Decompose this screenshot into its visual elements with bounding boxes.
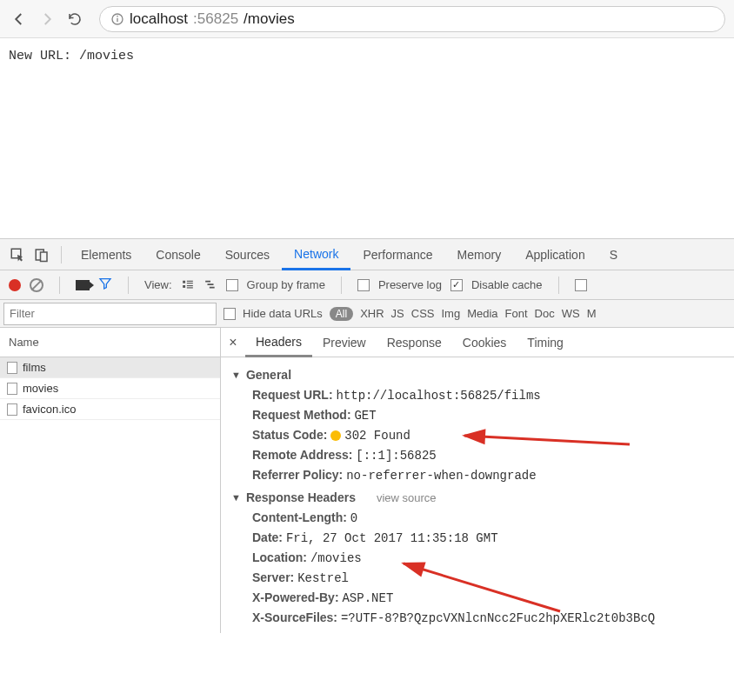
offline-checkbox[interactable] — [575, 279, 587, 291]
waterfall-icon[interactable] — [204, 279, 217, 291]
network-split: Name films movies favicon.ico × Headers … — [0, 328, 734, 633]
request-row-movies[interactable]: movies — [0, 378, 220, 399]
hide-data-urls-label: Hide data URLs — [243, 307, 323, 320]
clear-button[interactable] — [30, 278, 43, 292]
general-title: General — [246, 368, 291, 382]
record-button[interactable] — [9, 279, 21, 291]
device-icon[interactable] — [30, 243, 54, 267]
filter-img[interactable]: Img — [441, 307, 460, 320]
svg-rect-11 — [186, 287, 192, 288]
close-detail-button[interactable]: × — [221, 335, 245, 350]
detail-panel: × Headers Preview Response Cookies Timin… — [221, 328, 734, 633]
kv-content-length: Content-Length: 0 — [231, 508, 724, 528]
view-source-link[interactable]: view source — [377, 491, 437, 504]
url-port: :56825 — [193, 10, 238, 28]
file-icon — [7, 383, 17, 395]
detail-tab-cookies[interactable]: Cookies — [452, 328, 517, 357]
chevron-down-icon: ▼ — [231, 370, 241, 380]
view-label: View: — [144, 278, 172, 291]
kv-request-url: Request URL: http://localhost:56825/film… — [231, 385, 724, 405]
page-content: New URL: /movies — [0, 38, 734, 238]
forward-button[interactable] — [37, 9, 57, 30]
tab-console[interactable]: Console — [143, 239, 212, 270]
svg-line-16 — [404, 563, 560, 611]
request-row-films[interactable]: films — [0, 357, 220, 378]
filter-icon[interactable] — [98, 277, 112, 293]
filter-css[interactable]: CSS — [411, 307, 435, 320]
svg-rect-5 — [41, 252, 48, 262]
svg-rect-8 — [186, 283, 192, 283]
devtools-tabs: Elements Console Sources Network Perform… — [0, 239, 734, 270]
tab-more[interactable]: S — [597, 239, 630, 270]
svg-rect-12 — [205, 280, 210, 282]
request-name: favicon.ico — [23, 403, 76, 416]
svg-line-15 — [464, 436, 630, 444]
filter-media[interactable]: Media — [467, 307, 497, 320]
svg-rect-13 — [207, 283, 213, 285]
group-by-frame-checkbox[interactable] — [226, 279, 238, 291]
svg-rect-7 — [186, 280, 192, 281]
tab-sources[interactable]: Sources — [213, 239, 282, 270]
filter-all[interactable]: All — [330, 307, 353, 321]
response-headers-section[interactable]: ▼ Response Headers view source — [231, 490, 724, 504]
detail-tabs: × Headers Preview Response Cookies Timin… — [221, 328, 734, 357]
tab-memory[interactable]: Memory — [445, 239, 514, 270]
url-bar[interactable]: localhost:56825/movies — [99, 6, 725, 32]
file-icon — [7, 362, 17, 374]
request-list-header[interactable]: Name — [0, 328, 220, 357]
svg-point-2 — [117, 15, 118, 17]
url-host: localhost — [130, 10, 188, 28]
chevron-down-icon: ▼ — [231, 492, 241, 503]
network-toolbar: View: Group by frame Preserve log ✓ Disa… — [0, 270, 734, 300]
kv-referrer-policy: Referrer Policy: no-referrer-when-downgr… — [231, 465, 724, 485]
devtools: Elements Console Sources Network Perform… — [0, 238, 734, 633]
kv-date: Date: Fri, 27 Oct 2017 11:35:18 GMT — [231, 528, 724, 548]
svg-rect-6 — [183, 280, 185, 283]
browser-toolbar: localhost:56825/movies — [0, 0, 734, 38]
status-dot-icon — [330, 430, 341, 441]
group-by-frame-label: Group by frame — [247, 278, 325, 291]
annotation-arrow — [464, 425, 638, 454]
file-icon — [7, 403, 17, 416]
disable-cache-checkbox[interactable]: ✓ — [450, 279, 463, 291]
tab-performance[interactable]: Performance — [350, 239, 444, 270]
reload-button[interactable] — [64, 9, 85, 30]
back-button[interactable] — [9, 9, 30, 30]
tab-application[interactable]: Application — [513, 239, 597, 270]
large-rows-icon[interactable] — [181, 279, 195, 291]
screenshot-icon[interactable] — [76, 280, 90, 290]
filter-doc[interactable]: Doc — [535, 307, 555, 320]
tab-elements[interactable]: Elements — [69, 239, 143, 270]
preserve-log-checkbox[interactable] — [357, 279, 370, 291]
filter-xhr[interactable]: XHR — [360, 307, 384, 320]
request-name: movies — [23, 382, 58, 395]
detail-tab-preview[interactable]: Preview — [312, 328, 377, 357]
filter-bar: Hide data URLs All XHR JS CSS Img Media … — [0, 300, 734, 328]
detail-tab-headers[interactable]: Headers — [245, 328, 312, 357]
inspect-icon[interactable] — [5, 243, 30, 267]
preserve-log-label: Preserve log — [378, 278, 442, 291]
tab-network[interactable]: Network — [282, 239, 350, 270]
detail-tab-response[interactable]: Response — [377, 328, 452, 357]
request-name: films — [23, 361, 46, 374]
filter-input[interactable] — [3, 303, 217, 325]
general-section[interactable]: ▼ General — [231, 368, 724, 382]
annotation-arrow — [404, 559, 577, 623]
hide-data-urls-checkbox[interactable] — [224, 308, 236, 320]
kv-request-method: Request Method: GET — [231, 405, 724, 425]
info-icon — [110, 12, 124, 26]
svg-rect-10 — [186, 285, 192, 286]
filter-js[interactable]: JS — [391, 307, 404, 320]
svg-rect-9 — [183, 285, 185, 288]
detail-tab-timing[interactable]: Timing — [517, 328, 574, 357]
detail-body: ▼ General Request URL: http://localhost:… — [221, 357, 734, 633]
svg-rect-14 — [209, 286, 214, 288]
response-headers-title: Response Headers — [246, 490, 356, 504]
request-row-favicon[interactable]: favicon.ico — [0, 399, 220, 420]
disable-cache-label: Disable cache — [471, 278, 543, 291]
filter-manifest[interactable]: M — [587, 307, 597, 320]
filter-ws[interactable]: WS — [562, 307, 580, 320]
filter-font[interactable]: Font — [505, 307, 528, 320]
url-path: /movies — [244, 10, 295, 28]
request-list: Name films movies favicon.ico — [0, 328, 221, 633]
